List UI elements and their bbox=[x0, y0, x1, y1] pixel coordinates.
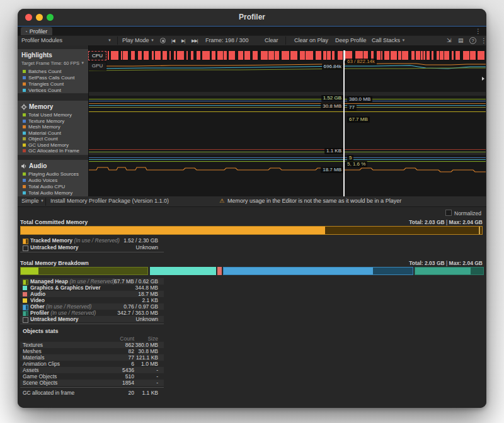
segment-graphics[interactable] bbox=[150, 267, 216, 275]
table-row[interactable]: Textures862380.0 MB bbox=[20, 342, 164, 348]
gc-allocated-row[interactable]: GC allocated in frame 20 1.1 KB bbox=[20, 390, 164, 396]
legend-item[interactable]: Audio Voices bbox=[23, 178, 57, 183]
normalized-toggle[interactable]: Normalized bbox=[445, 210, 481, 217]
selected-frame-playhead[interactable] bbox=[343, 50, 345, 196]
series-swatch bbox=[23, 185, 26, 188]
next-frame-button[interactable]: ▶| bbox=[181, 36, 185, 45]
chart-zone: CPU GPU Highlights Target Frame Time: 60… bbox=[18, 45, 486, 196]
legend-row-untracked-breakdown[interactable]: Untracked Memory Unknown bbox=[20, 316, 164, 322]
table-row[interactable]: Assets5436- bbox=[20, 367, 164, 373]
frame-counter: Frame: 198 / 300 bbox=[205, 36, 249, 45]
legend-row-managed-heap[interactable]: Managed Heap (In use / Reserved) 67.7 MB… bbox=[20, 278, 164, 285]
clear-button[interactable]: Clear bbox=[265, 36, 278, 45]
chart-scroll-arrow[interactable] bbox=[482, 77, 484, 81]
highlights-chart-lines bbox=[89, 60, 486, 92]
play-mode-dropdown[interactable]: Play Mode ▼ bbox=[122, 36, 154, 45]
legend-item[interactable]: Total Used Memory bbox=[23, 112, 72, 118]
audio-chart-line bbox=[89, 162, 486, 174]
profiler-window: Profiler ◔Profiler ⋮ Profiler Modules ▼ … bbox=[18, 9, 486, 408]
table-row[interactable]: Game Objects510- bbox=[20, 373, 164, 380]
toolbar-menu-icon[interactable]: ⋮ bbox=[481, 36, 486, 45]
view-mode-dropdown[interactable]: Simple ▼ bbox=[21, 196, 44, 206]
committed-totals: Total: 2.03 GB | Max: 2.04 GB bbox=[409, 219, 483, 225]
clear-on-play-toggle[interactable]: Clear on Play bbox=[294, 36, 328, 45]
gpu-lane-chip[interactable]: GPU bbox=[88, 62, 106, 70]
series-swatch bbox=[23, 191, 26, 195]
install-package-link[interactable]: Install Memory Profiler Package (Version… bbox=[50, 196, 169, 206]
legend-item[interactable]: Mesh Memory bbox=[23, 124, 60, 130]
legend-item[interactable]: Texture Memory bbox=[23, 118, 64, 124]
help-icon[interactable]: ? bbox=[469, 36, 476, 45]
deep-profile-toggle[interactable]: Deep Profile bbox=[335, 36, 367, 45]
legend-item[interactable]: SetPass Calls Count bbox=[23, 75, 74, 81]
legend-row-audio[interactable]: Audio 18.7 MB bbox=[20, 291, 164, 297]
segment-profiler[interactable] bbox=[415, 267, 484, 275]
legend-item[interactable]: GC Allocated In Frame bbox=[23, 148, 79, 154]
modules-caret-icon[interactable]: ▼ bbox=[108, 36, 112, 45]
frame-time-bars[interactable] bbox=[106, 50, 484, 60]
speaker-icon bbox=[21, 163, 27, 169]
play-mode-caret-icon: ▼ bbox=[151, 38, 154, 42]
legend-row-video[interactable]: Video 2.1 KB bbox=[20, 297, 164, 303]
view-mode-caret-icon: ▼ bbox=[40, 199, 44, 203]
untracked-swatch bbox=[23, 317, 28, 323]
audio-title: Audio bbox=[29, 162, 47, 169]
call-stacks-dropdown[interactable]: Call Stacks ▼ bbox=[372, 36, 405, 45]
module-memory[interactable]: Memory Total Used Memory Texture Memory … bbox=[18, 101, 88, 155]
vertices-count-label: 696.84k bbox=[322, 64, 343, 70]
save-profile-icon[interactable]: ▤ bbox=[458, 36, 464, 45]
charts-canvas[interactable] bbox=[88, 45, 486, 196]
series-swatch bbox=[23, 76, 26, 79]
segment-managed-heap[interactable] bbox=[20, 267, 148, 275]
tab-menu-icon[interactable]: ⋮ bbox=[475, 27, 481, 36]
series-swatch bbox=[23, 125, 26, 128]
normalized-checkbox[interactable] bbox=[445, 210, 452, 216]
load-profile-icon[interactable]: ⇲ bbox=[447, 36, 452, 45]
mesh-memory-label: 30.8 MB bbox=[321, 103, 343, 110]
series-swatch bbox=[23, 172, 26, 176]
target-frame-time-dropdown[interactable]: Target Frame Time: 60 FPS ▼ bbox=[21, 60, 84, 66]
table-row[interactable]: Materials77121.1 KB bbox=[20, 354, 164, 361]
legend-row-tracked[interactable]: Tracked Memory (In use / Reserved) 1.52 … bbox=[20, 237, 164, 244]
series-swatch bbox=[23, 70, 26, 73]
legend-item[interactable]: Triangles Count bbox=[23, 81, 64, 87]
module-highlights[interactable]: Highlights Target Frame Time: 60 FPS ▼ B… bbox=[18, 49, 88, 94]
table-row[interactable]: Meshes8230.8 MB bbox=[20, 348, 164, 354]
legend-row-graphics[interactable]: Graphics & Graphics Driver 344.8 MB bbox=[20, 285, 164, 291]
objects-stats-header: Count Size bbox=[20, 336, 164, 342]
legend-item[interactable]: Vertices Count bbox=[23, 87, 61, 93]
table-row[interactable]: Scene Objects1854- bbox=[20, 380, 164, 386]
segment-other[interactable] bbox=[223, 267, 413, 275]
tracked-memory-swatch bbox=[23, 239, 28, 244]
committed-inuse-segment bbox=[21, 227, 325, 234]
series-swatch bbox=[23, 120, 26, 123]
table-row[interactable]: Animation Clips61.0 MB bbox=[20, 361, 164, 367]
details-toolbar: Simple ▼ Install Memory Profiler Package… bbox=[18, 196, 486, 207]
legend-item[interactable]: Total Audio Memory bbox=[23, 190, 72, 196]
legend-item[interactable]: Batches Count bbox=[23, 69, 61, 74]
window-title: Profiler bbox=[18, 13, 486, 21]
memory-title: Memory bbox=[29, 103, 53, 110]
legend-item[interactable]: Total Audio CPU bbox=[23, 184, 65, 189]
legend-item[interactable]: Material Count bbox=[23, 130, 61, 136]
segment-audio[interactable] bbox=[217, 267, 222, 275]
previous-frame-button[interactable]: |◀ bbox=[171, 36, 175, 45]
cpu-lane-chip[interactable]: CPU bbox=[88, 51, 106, 60]
legend-row-untracked[interactable]: Untracked Memory Unknown bbox=[20, 244, 164, 251]
legend-item[interactable]: Object Count bbox=[23, 136, 58, 142]
module-audio[interactable]: Audio Playing Audio Sources Audio Voices… bbox=[18, 160, 88, 197]
record-button[interactable] bbox=[160, 37, 166, 46]
warning-icon: ⚠ bbox=[219, 196, 224, 206]
objects-stats-title: Objects stats bbox=[23, 328, 59, 334]
highlights-title: Highlights bbox=[21, 52, 52, 59]
legend-item[interactable]: Playing Audio Sources bbox=[23, 171, 79, 177]
legend-row-profiler[interactable]: Profiler (In use / Reserved) 342.7 / 363… bbox=[20, 310, 164, 316]
tab-profiler[interactable]: ◔Profiler bbox=[21, 27, 52, 36]
legend-item[interactable]: GC Used Memory bbox=[23, 142, 69, 148]
legend-row-other[interactable]: Other (In use / Reserved) 0.76 / 0.97 GB bbox=[20, 303, 164, 310]
committed-memory-bar[interactable] bbox=[20, 226, 483, 235]
profiler-modules-dropdown[interactable]: Profiler Modules bbox=[21, 36, 62, 45]
frame-time-caret-icon: ▼ bbox=[81, 61, 84, 65]
current-frame-button[interactable]: ▶▶| bbox=[192, 36, 198, 45]
memory-breakdown-bar[interactable] bbox=[20, 267, 483, 275]
